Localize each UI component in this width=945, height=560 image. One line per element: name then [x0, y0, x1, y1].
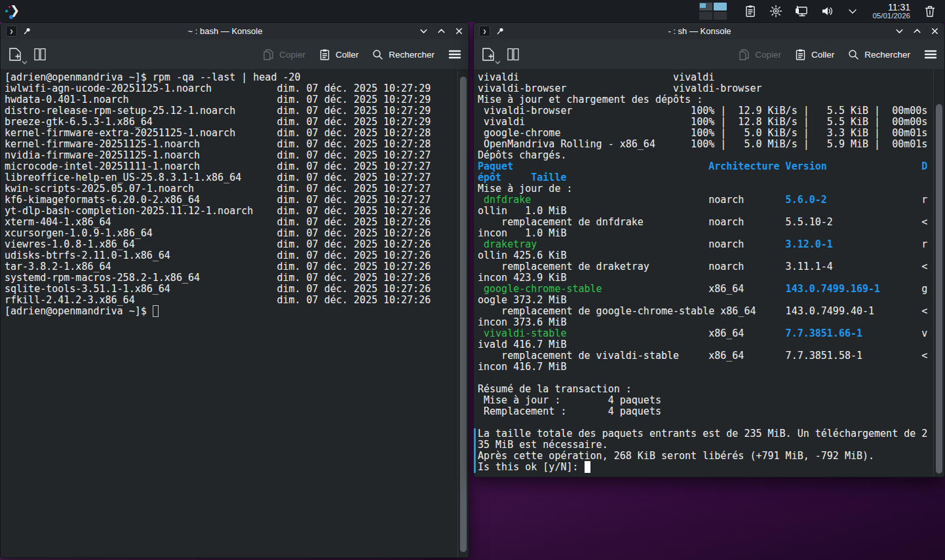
close-button[interactable]: [930, 27, 939, 36]
desktop-4[interactable]: [714, 12, 727, 20]
terminal-line: viewres-1.0.8-1.x86_64 dim. 07 déc. 2025…: [5, 239, 469, 250]
konsole-app-icon: ❯: [6, 26, 17, 37]
menu-button[interactable]: [923, 48, 938, 61]
paste-label: Coller: [811, 50, 834, 60]
terminal-line: vivaldi-browser 100% | 12.9 KiB/s | 5.5 …: [478, 105, 944, 117]
toolbar: Copier Coller Rechercher: [1, 39, 469, 70]
hamburger-icon: [923, 48, 938, 61]
pin-icon[interactable]: [23, 27, 31, 35]
split-view-button[interactable]: [505, 47, 521, 62]
maximize-button[interactable]: [912, 27, 921, 36]
clock-time: 11:31: [872, 3, 910, 12]
close-button[interactable]: [454, 27, 463, 36]
terminal-line: vivaldi-browser vivaldi-browser: [478, 83, 944, 94]
desktop-1[interactable]: [699, 3, 712, 10]
titlebar[interactable]: ❯ - : sh — Konsole: [474, 23, 944, 39]
konsole-app-icon: ❯: [479, 26, 490, 37]
paste-button[interactable]: Coller: [318, 48, 358, 61]
terminal-line: google-chrome-stable x86_64 143.0.7499.1…: [478, 284, 944, 295]
terminal-area-bash[interactable]: [adrien@openmandriva ~]$ rpm -qa --last …: [1, 70, 469, 557]
terminal-line: ollin 1.0 MiB: [478, 206, 944, 217]
scrollbar[interactable]: [457, 70, 469, 557]
terminal-line: microcode-intel-20251111-1.noarch dim. 0…: [5, 161, 469, 172]
copy-label: Copier: [279, 50, 305, 60]
terminal-line: iwlwifi-agn-ucode-20251125-1.noarch dim.…: [5, 83, 469, 94]
terminal-line: kernel-firmware-extra-20251125-1.noarch …: [5, 128, 469, 139]
terminal-line: vivaldi 100% | 12.8 KiB/s | 5.5 KiB | 00…: [478, 117, 944, 128]
paste-icon: [794, 48, 807, 61]
pin-icon[interactable]: [496, 27, 505, 35]
terminal-line: [adrien@openmandriva ~]$ rpm -qa --last …: [5, 72, 469, 83]
terminal-line: yt-dlp-bash-completion-2025.11.12-1.noar…: [5, 206, 469, 217]
konsole-window-sh: ❯ - : sh — Konsole Copier: [473, 22, 945, 477]
terminal-line: Mise à jour de :: [478, 183, 944, 195]
scrollbar[interactable]: [933, 70, 944, 477]
copy-button[interactable]: Copier: [738, 48, 781, 61]
terminal-output: [adrien@openmandriva ~]$ rpm -qa --last …: [1, 70, 469, 557]
terminal-line: xterm-404-1.x86_64 dim. 07 déc. 2025 10:…: [5, 217, 469, 228]
terminal-line: Remplacement : 4 paquets: [478, 406, 944, 417]
desktop: { "panel": { "clock": { "time": "11:31",…: [0, 0, 945, 560]
volume-icon[interactable]: [817, 1, 837, 21]
window-title: - : sh — Konsole: [505, 26, 895, 36]
app-launcher-icon[interactable]: ❯: [4, 1, 24, 21]
terminal-output: vivaldi vivaldivivaldi-browser vivaldi-b…: [474, 70, 944, 477]
trash-icon[interactable]: [920, 1, 940, 21]
scrollbar-handle[interactable]: [460, 77, 467, 552]
terminal-line: hwdata-0.401-1.noarch dim. 07 déc. 2025 …: [5, 94, 469, 105]
terminal-line: La taille totale des paquets entrants es…: [478, 428, 944, 439]
minimize-button[interactable]: [419, 27, 428, 36]
terminal-line: Mise à jour et chargement des dépôts :: [478, 94, 944, 105]
terminal-line: nvidia-firmware-20251125-1.noarch dim. 0…: [5, 150, 469, 161]
terminal-line: udisks-btrfs-2.11.0-1.x86_64 dim. 07 déc…: [5, 250, 469, 261]
terminal-line: [adrien@openmandriva ~]$: [5, 306, 469, 317]
brightness-icon[interactable]: [766, 1, 786, 21]
hamburger-icon: [448, 48, 462, 61]
titlebar[interactable]: ❯ ~ : bash — Konsole: [1, 23, 469, 39]
konsole-window-bash: ❯ ~ : bash — Konsole Copier: [0, 22, 469, 558]
terminal-line: Paquet Architecture Version D: [478, 161, 944, 172]
maximize-button[interactable]: [436, 27, 446, 36]
search-icon: [847, 48, 860, 61]
terminal-line: remplacement de google-chrome-stable x86…: [478, 306, 944, 317]
search-icon: [372, 48, 384, 61]
terminal-line: xcursorgen-1.0.9-1.x86_64 dim. 07 déc. 2…: [5, 228, 469, 239]
minimize-button[interactable]: [895, 27, 904, 36]
new-tab-button[interactable]: [7, 47, 23, 62]
top-panel: ❯ 11:31 05/01/2026: [0, 0, 945, 22]
terminal-area-sh[interactable]: vivaldi vivaldivivaldi-browser vivaldi-b…: [474, 70, 944, 477]
terminal-line: Après cette opération, 268 KiB seront li…: [478, 451, 944, 462]
menu-button[interactable]: [448, 48, 462, 61]
clipboard-icon[interactable]: [741, 1, 760, 21]
terminal-line: systemd-rpm-macros-258.2-1.x86_64 dim. 0…: [5, 272, 469, 284]
terminal-line: remplacement de draketray noarch 3.11.1-…: [478, 261, 944, 272]
split-view-button[interactable]: [32, 47, 48, 62]
copy-button[interactable]: Copier: [262, 48, 305, 61]
virtual-desktop-pager[interactable]: [699, 3, 727, 20]
terminal-line: [478, 417, 944, 428]
desktop-2[interactable]: [714, 3, 727, 10]
terminal-line: breeze-gtk-6.5.3-1.x86_64 dim. 07 déc. 2…: [5, 117, 469, 128]
search-button[interactable]: Rechercher: [372, 48, 434, 61]
search-button[interactable]: Rechercher: [847, 48, 910, 61]
tray-expander-chevron-icon[interactable]: [843, 1, 862, 21]
terminal-line: dnfdrake noarch 5.6.0-2 r: [478, 195, 944, 206]
terminal-line: sqlite-tools-3.51.1-1.x86_64 dim. 07 déc…: [5, 284, 469, 295]
paste-label: Coller: [336, 50, 358, 60]
network-icon[interactable]: [792, 1, 811, 21]
terminal-line: rfkill-2.41.2-3.x86_64 dim. 07 déc. 2025…: [5, 295, 469, 306]
terminal-line: OpenMandriva Rolling - x86_64 100% | 5.0…: [478, 139, 944, 150]
new-tab-button[interactable]: [480, 47, 496, 62]
copy-icon: [738, 48, 750, 61]
toolbar: Copier Coller Rechercher: [474, 39, 944, 70]
digital-clock[interactable]: 11:31 05/01/2026: [872, 3, 910, 20]
paste-button[interactable]: Coller: [794, 48, 834, 61]
terminal-line: oogle 373.2 MiB: [478, 295, 944, 306]
terminal-line: Résumé de la transaction :: [478, 384, 944, 395]
desktop-3[interactable]: [699, 12, 712, 20]
terminal-line: vivaldi vivaldi: [478, 72, 944, 83]
terminal-line: Dépôts chargés.: [478, 150, 944, 161]
terminal-line: incon 1.0 MiB: [478, 228, 944, 239]
scrollbar-handle[interactable]: [936, 104, 942, 474]
terminal-line: draketray noarch 3.12.0-1 r: [478, 239, 944, 250]
